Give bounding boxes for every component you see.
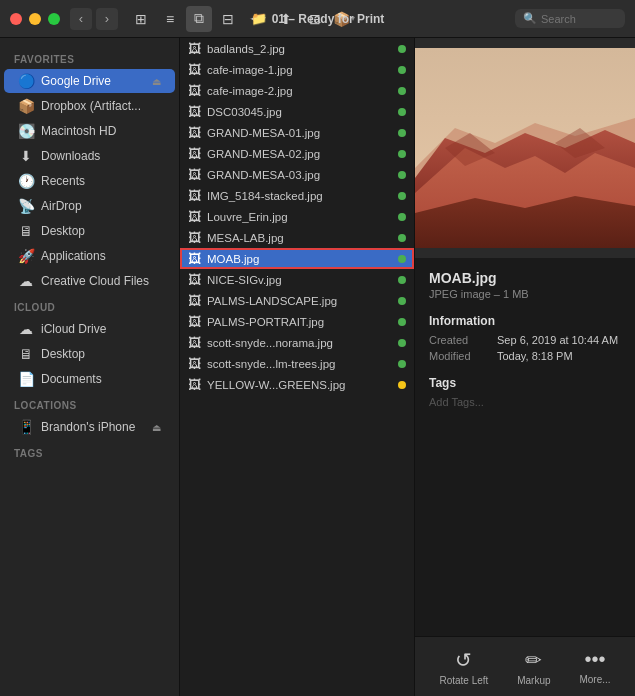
sidebar-item-desktop[interactable]: 🖥Desktop bbox=[4, 219, 175, 243]
file-row[interactable]: 🖼PALMS-LANDSCAPE.jpg bbox=[180, 290, 414, 311]
markup-label: Markup bbox=[517, 675, 550, 686]
sidebar-item-label-macintosh-hd: Macintosh HD bbox=[41, 124, 161, 138]
minimize-button[interactable] bbox=[29, 13, 41, 25]
sync-status-dot bbox=[398, 318, 406, 326]
sidebar-item-icloud-drive[interactable]: ☁iCloud Drive bbox=[4, 317, 175, 341]
sync-status-dot bbox=[398, 129, 406, 137]
google-drive-icon: 🔵 bbox=[18, 73, 34, 89]
nav-buttons: ‹ › bbox=[70, 8, 118, 30]
icon-view-button[interactable]: ⊞ bbox=[128, 6, 154, 32]
file-row[interactable]: 🖼GRAND-MESA-02.jpg bbox=[180, 143, 414, 164]
sidebar-item-label-airdrop: AirDrop bbox=[41, 199, 161, 213]
tags-title: Tags bbox=[429, 376, 621, 390]
file-row[interactable]: 🖼cafe-image-1.jpg bbox=[180, 59, 414, 80]
preview-info: MOAB.jpg JPEG image – 1 MB Information C… bbox=[415, 258, 635, 636]
macintosh-hd-icon: 💽 bbox=[18, 123, 34, 139]
file-row[interactable]: 🖼YELLOW-W...GREENS.jpg bbox=[180, 374, 414, 395]
file-row[interactable]: 🖼MOAB.jpg bbox=[180, 248, 414, 269]
file-row[interactable]: 🖼cafe-image-2.jpg bbox=[180, 80, 414, 101]
sidebar-item-label-google-drive: Google Drive bbox=[41, 74, 145, 88]
sidebar-item-dropbox[interactable]: 📦Dropbox (Artifact... bbox=[4, 94, 175, 118]
file-name: YELLOW-W...GREENS.jpg bbox=[207, 379, 392, 391]
modified-value: Today, 8:18 PM bbox=[497, 350, 573, 362]
gallery-view-button[interactable]: ⊟ bbox=[215, 6, 241, 32]
sidebar-item-airdrop[interactable]: 📡AirDrop bbox=[4, 194, 175, 218]
more-button[interactable]: •••More... bbox=[571, 644, 618, 689]
sidebar-item-applications[interactable]: 🚀Applications bbox=[4, 244, 175, 268]
close-button[interactable] bbox=[10, 13, 22, 25]
icloud-drive-icon: ☁ bbox=[18, 321, 34, 337]
sidebar-section-header: Locations bbox=[0, 392, 179, 414]
file-icon: 🖼 bbox=[188, 251, 201, 266]
file-name: cafe-image-2.jpg bbox=[207, 85, 392, 97]
sync-status-dot bbox=[398, 339, 406, 347]
file-icon: 🖼 bbox=[188, 314, 201, 329]
file-name: MESA-LAB.jpg bbox=[207, 232, 392, 244]
file-row[interactable]: 🖼GRAND-MESA-01.jpg bbox=[180, 122, 414, 143]
file-row[interactable]: 🖼MESA-LAB.jpg bbox=[180, 227, 414, 248]
markup-button[interactable]: ✏Markup bbox=[509, 644, 558, 690]
rotate-left-label: Rotate Left bbox=[439, 675, 488, 686]
file-row[interactable]: 🖼DSC03045.jpg bbox=[180, 101, 414, 122]
column-view-button[interactable]: ⧉ bbox=[186, 6, 212, 32]
file-icon: 🖼 bbox=[188, 293, 201, 308]
eject-icon-iphone[interactable]: ⏏ bbox=[152, 422, 161, 433]
sidebar-item-downloads[interactable]: ⬇Downloads bbox=[4, 144, 175, 168]
file-row[interactable]: 🖼PALMS-PORTRAIT.jpg bbox=[180, 311, 414, 332]
file-name: cafe-image-1.jpg bbox=[207, 64, 392, 76]
sidebar-item-icloud-desktop[interactable]: 🖥Desktop bbox=[4, 342, 175, 366]
sync-status-dot bbox=[398, 297, 406, 305]
file-icon: 🖼 bbox=[188, 188, 201, 203]
sync-status-dot bbox=[398, 171, 406, 179]
icloud-desktop-icon: 🖥 bbox=[18, 346, 34, 362]
maximize-button[interactable] bbox=[48, 13, 60, 25]
sidebar-item-label-iphone: Brandon's iPhone bbox=[41, 420, 145, 434]
folder-icon: 📁 bbox=[251, 11, 267, 26]
modified-label: Modified bbox=[429, 350, 489, 362]
file-icon: 🖼 bbox=[188, 230, 201, 245]
bottom-toolbar: ↺Rotate Left✏Markup•••More... bbox=[415, 636, 635, 696]
file-icon: 🖼 bbox=[188, 335, 201, 350]
file-row[interactable]: 🖼NICE-SIGv.jpg bbox=[180, 269, 414, 290]
file-row[interactable]: 🖼GRAND-MESA-03.jpg bbox=[180, 164, 414, 185]
file-row[interactable]: 🖼Louvre_Erin.jpg bbox=[180, 206, 414, 227]
sync-status-dot bbox=[398, 213, 406, 221]
preview-pane: MOAB.jpg JPEG image – 1 MB Information C… bbox=[415, 38, 635, 696]
file-icon: 🖼 bbox=[188, 167, 201, 182]
documents-icon: 📄 bbox=[18, 371, 34, 387]
search-box[interactable]: 🔍 bbox=[515, 9, 625, 28]
sync-status-dot bbox=[398, 45, 406, 53]
back-button[interactable]: ‹ bbox=[70, 8, 92, 30]
modified-row: Modified Today, 8:18 PM bbox=[429, 350, 621, 362]
sidebar-item-creative-cloud[interactable]: ☁Creative Cloud Files bbox=[4, 269, 175, 293]
preview-svg bbox=[415, 38, 635, 258]
sidebar: Favorites🔵Google Drive⏏📦Dropbox (Artifac… bbox=[0, 38, 180, 696]
search-input[interactable] bbox=[541, 13, 621, 25]
sidebar-item-macintosh-hd[interactable]: 💽Macintosh HD bbox=[4, 119, 175, 143]
sidebar-item-iphone[interactable]: 📱Brandon's iPhone⏏ bbox=[4, 415, 175, 439]
file-row[interactable]: 🖼scott-snyde...lm-trees.jpg bbox=[180, 353, 414, 374]
tags-placeholder[interactable]: Add Tags... bbox=[429, 396, 621, 408]
file-row[interactable]: 🖼badlands_2.jpg bbox=[180, 38, 414, 59]
sync-status-dot bbox=[398, 150, 406, 158]
rotate-left-button[interactable]: ↺Rotate Left bbox=[431, 644, 496, 690]
created-label: Created bbox=[429, 334, 489, 346]
sidebar-item-google-drive[interactable]: 🔵Google Drive⏏ bbox=[4, 69, 175, 93]
eject-icon-google-drive[interactable]: ⏏ bbox=[152, 76, 161, 87]
sidebar-item-label-downloads: Downloads bbox=[41, 149, 161, 163]
sync-status-dot bbox=[398, 192, 406, 200]
file-name: NICE-SIGv.jpg bbox=[207, 274, 392, 286]
list-view-button[interactable]: ≡ bbox=[157, 6, 183, 32]
creative-cloud-icon: ☁ bbox=[18, 273, 34, 289]
sync-status-dot bbox=[398, 87, 406, 95]
sidebar-item-documents[interactable]: 📄Documents bbox=[4, 367, 175, 391]
sidebar-item-recents[interactable]: 🕐Recents bbox=[4, 169, 175, 193]
forward-button[interactable]: › bbox=[96, 8, 118, 30]
desktop-icon: 🖥 bbox=[18, 223, 34, 239]
file-row[interactable]: 🖼IMG_5184-stacked.jpg bbox=[180, 185, 414, 206]
file-icon: 🖼 bbox=[188, 209, 201, 224]
iphone-icon: 📱 bbox=[18, 419, 34, 435]
file-row[interactable]: 🖼scott-snyde...norama.jpg bbox=[180, 332, 414, 353]
file-name: DSC03045.jpg bbox=[207, 106, 392, 118]
file-name: GRAND-MESA-03.jpg bbox=[207, 169, 392, 181]
